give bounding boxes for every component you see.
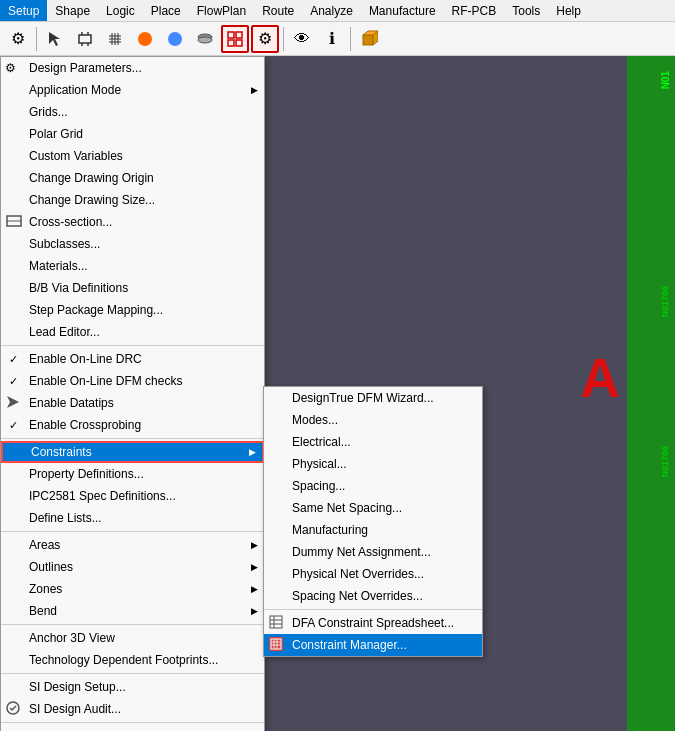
- menu-rfpcb[interactable]: RF-PCB: [444, 0, 505, 21]
- menu-item-lead-editor[interactable]: Lead Editor...: [1, 321, 264, 343]
- submenu-item-modes[interactable]: Modes...: [264, 409, 482, 431]
- svg-rect-16: [228, 32, 234, 38]
- menu-item-si-audit[interactable]: SI Design Audit...: [1, 698, 264, 720]
- menu-item-change-origin[interactable]: Change Drawing Origin: [1, 167, 264, 189]
- menu-shape[interactable]: Shape: [47, 0, 98, 21]
- main-canvas: N01 A N01706 N01706 ⚙ Design Parameters.…: [0, 56, 675, 731]
- menu-tools[interactable]: Tools: [504, 0, 548, 21]
- separator-4: [1, 624, 264, 625]
- svg-rect-1: [79, 35, 91, 43]
- submenu-item-manufacturing[interactable]: Manufacturing: [264, 519, 482, 541]
- menu-item-materials[interactable]: Materials...: [1, 255, 264, 277]
- svg-point-15: [198, 37, 212, 43]
- svg-rect-18: [228, 40, 234, 46]
- pcb-label-a: A: [580, 346, 620, 410]
- menu-item-zones[interactable]: Zones: [1, 578, 264, 600]
- separator-1: [1, 345, 264, 346]
- menu-item-datatips[interactable]: Enable Datatips: [1, 392, 264, 414]
- toolbar-btn-1[interactable]: ⚙: [4, 25, 32, 53]
- separator-2: [1, 438, 264, 439]
- toolbar-btn-settings[interactable]: ⚙: [251, 25, 279, 53]
- toolbar-btn-3d[interactable]: [355, 25, 383, 53]
- pcb-label-n01706-1: N01706: [660, 286, 670, 318]
- pcb-label-n01706-2: N01706: [660, 446, 670, 478]
- svg-rect-27: [270, 616, 282, 628]
- menu-item-areas[interactable]: Areas: [1, 534, 264, 556]
- svg-marker-25: [7, 396, 19, 408]
- toolbar-btn-grid2[interactable]: [221, 25, 249, 53]
- svg-point-12: [138, 32, 152, 46]
- submenu-item-constraint-manager[interactable]: Constraint Manager...: [264, 634, 482, 656]
- menu-item-online-drc[interactable]: Enable On-Line DRC: [1, 348, 264, 370]
- svg-rect-17: [236, 32, 242, 38]
- datatips-icon: [5, 394, 21, 413]
- menu-item-anchor-3d[interactable]: Anchor 3D View: [1, 627, 264, 649]
- menu-logic[interactable]: Logic: [98, 0, 143, 21]
- menu-item-bb-via[interactable]: B/B Via Definitions: [1, 277, 264, 299]
- separator-3: [1, 531, 264, 532]
- submenu-item-physical-net[interactable]: Physical Net Overrides...: [264, 563, 482, 585]
- menu-item-polar-grid[interactable]: Polar Grid: [1, 123, 264, 145]
- menu-item-app-mode[interactable]: Application Mode: [1, 79, 264, 101]
- svg-point-13: [168, 32, 182, 46]
- submenu-item-spacing[interactable]: Spacing...: [264, 475, 482, 497]
- constraints-submenu: DesignTrue DFM Wizard... Modes... Electr…: [263, 386, 483, 657]
- menu-item-property-defs[interactable]: Property Definitions...: [1, 463, 264, 485]
- menu-item-ipc2581[interactable]: IPC2581 Spec Definitions...: [1, 485, 264, 507]
- pcb-label-n01: N01: [660, 71, 671, 89]
- menu-item-change-size[interactable]: Change Drawing Size...: [1, 189, 264, 211]
- submenu-item-dummy-net[interactable]: Dummy Net Assignment...: [264, 541, 482, 563]
- toolbar-btn-color1[interactable]: [131, 25, 159, 53]
- submenu-item-electrical[interactable]: Electrical...: [264, 431, 482, 453]
- menu-item-si-setup[interactable]: SI Design Setup...: [1, 676, 264, 698]
- menu-item-cross-section[interactable]: Cross-section...: [1, 211, 264, 233]
- toolbar-btn-info[interactable]: ℹ: [318, 25, 346, 53]
- menu-item-constraints[interactable]: Constraints: [1, 441, 264, 463]
- menu-flowplan[interactable]: FlowPlan: [189, 0, 254, 21]
- submenu-separator-1: [264, 609, 482, 610]
- menu-route[interactable]: Route: [254, 0, 302, 21]
- toolbar-btn-grid[interactable]: [101, 25, 129, 53]
- menu-item-step-pkg[interactable]: Step Package Mapping...: [1, 299, 264, 321]
- toolbar-btn-layers[interactable]: [191, 25, 219, 53]
- gear-icon: ⚙: [5, 61, 16, 75]
- submenu-item-physical[interactable]: Physical...: [264, 453, 482, 475]
- menu-place[interactable]: Place: [143, 0, 189, 21]
- svg-marker-0: [49, 32, 60, 46]
- toolbar-btn-component[interactable]: [71, 25, 99, 53]
- toolbar-btn-cursor[interactable]: [41, 25, 69, 53]
- menu-help[interactable]: Help: [548, 0, 589, 21]
- dfa-icon: [268, 614, 284, 633]
- submenu-item-spacing-net[interactable]: Spacing Net Overrides...: [264, 585, 482, 607]
- separator-6: [1, 722, 264, 723]
- svg-rect-20: [363, 35, 373, 45]
- setup-dropdown: ⚙ Design Parameters... Application Mode …: [0, 56, 265, 731]
- menu-item-crossprobing[interactable]: Enable Crossprobing: [1, 414, 264, 436]
- submenu-item-dfm-wizard[interactable]: DesignTrue DFM Wizard...: [264, 387, 482, 409]
- menu-analyze[interactable]: Analyze: [302, 0, 361, 21]
- menu-item-custom-vars[interactable]: Custom Variables: [1, 145, 264, 167]
- menu-item-define-lists[interactable]: Define Lists...: [1, 507, 264, 529]
- toolbar-btn-color2[interactable]: [161, 25, 189, 53]
- menu-manufacture[interactable]: Manufacture: [361, 0, 444, 21]
- submenu-item-dfa-spreadsheet[interactable]: DFA Constraint Spreadsheet...: [264, 612, 482, 634]
- constraint-manager-icon: [268, 636, 284, 655]
- toolbar: ⚙ ⚙ 👁 ℹ: [0, 22, 675, 56]
- menu-item-online-dfm[interactable]: Enable On-Line DFM checks: [1, 370, 264, 392]
- menubar: Setup Shape Logic Place FlowPlan Route A…: [0, 0, 675, 22]
- submenu-item-same-net-spacing[interactable]: Same Net Spacing...: [264, 497, 482, 519]
- menu-item-bend[interactable]: Bend: [1, 600, 264, 622]
- toolbar-btn-eye[interactable]: 👁: [288, 25, 316, 53]
- menu-item-subclasses[interactable]: Subclasses...: [1, 233, 264, 255]
- svg-rect-19: [236, 40, 242, 46]
- menu-setup[interactable]: Setup: [0, 0, 47, 21]
- menu-item-grids[interactable]: Grids...: [1, 101, 264, 123]
- cross-section-icon: [5, 212, 23, 233]
- menu-item-design-params[interactable]: ⚙ Design Parameters...: [1, 57, 264, 79]
- separator-5: [1, 673, 264, 674]
- menu-item-datatip-custom[interactable]: Datatip Customization...: [1, 725, 264, 731]
- menu-item-tech-footprints[interactable]: Technology Dependent Footprints...: [1, 649, 264, 671]
- menu-item-outlines[interactable]: Outlines: [1, 556, 264, 578]
- si-audit-icon: [5, 700, 21, 719]
